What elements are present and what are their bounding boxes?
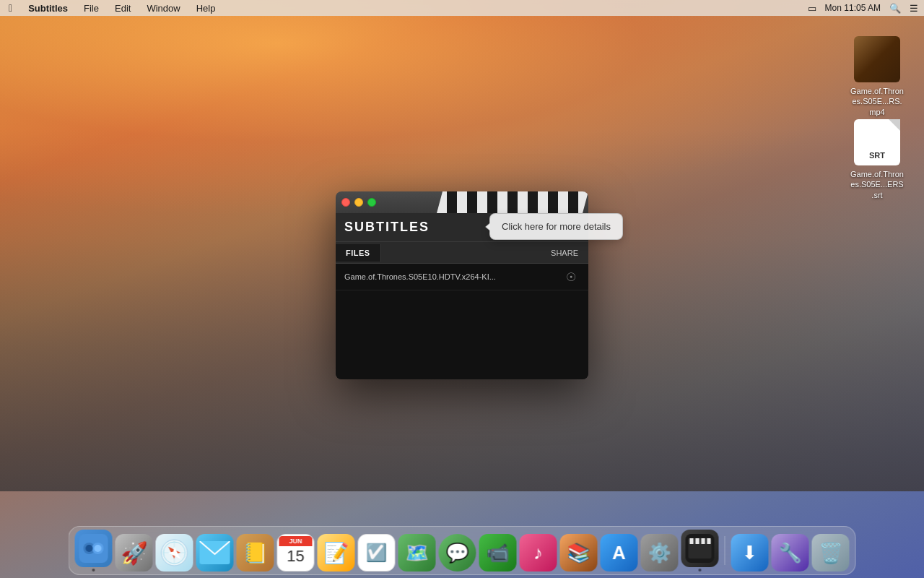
file-status-icon: ☉ bbox=[562, 268, 580, 285]
apple-menu[interactable]:  bbox=[6, 1, 15, 15]
reminders-icon: ☑️ bbox=[358, 534, 396, 571]
notes-icon: 📝 bbox=[318, 534, 355, 571]
file-list: Game.of.Thrones.S05E10.HDTV.x264-KI... ☉ bbox=[336, 264, 588, 379]
tab-share[interactable]: SHARE bbox=[541, 244, 588, 262]
file-row[interactable]: Game.of.Thrones.S05E10.HDTV.x264-KI... ☉ bbox=[336, 264, 588, 290]
file-name: Game.of.Thrones.S05E10.HDTV.x264-KI... bbox=[344, 272, 562, 281]
calendar-icon: JUN 15 bbox=[277, 534, 315, 571]
svg-rect-17 bbox=[702, 538, 705, 544]
dock-item-messages[interactable]: 💬 bbox=[439, 534, 476, 571]
dock-item-sysprefs[interactable]: ⚙️ bbox=[641, 534, 679, 571]
launchpad-icon: 🚀 bbox=[116, 534, 153, 571]
dock-item-notes[interactable]: 📝 bbox=[318, 534, 355, 571]
tab-files[interactable]: FILES bbox=[336, 244, 381, 262]
menu-edit[interactable]: Edit bbox=[112, 1, 134, 15]
downloads-icon: ⬇ bbox=[731, 534, 769, 571]
dock-item-appstore[interactable]: A bbox=[601, 534, 638, 571]
dock-item-calendar[interactable]: JUN 15 bbox=[277, 534, 315, 571]
dock-item-facetime[interactable]: 📹 bbox=[479, 534, 517, 571]
dock-item-safari[interactable] bbox=[156, 534, 193, 571]
sky-glow bbox=[0, 0, 924, 217]
dock-separator bbox=[725, 536, 725, 565]
finder-running-dot bbox=[92, 569, 95, 571]
menubar-left:  Subtitles File Edit Window Help bbox=[6, 1, 218, 15]
dock-item-maps[interactable]: 🗺️ bbox=[398, 534, 436, 571]
video-thumbnail bbox=[854, 36, 900, 82]
trash-icon: 🗑️ bbox=[812, 534, 850, 571]
menu-file[interactable]: File bbox=[81, 1, 102, 15]
svg-point-3 bbox=[86, 545, 93, 552]
display-icon[interactable]: ▭ bbox=[808, 3, 816, 14]
window-toolbar: FILES SHARE bbox=[336, 242, 588, 264]
video-file-label: Game.of.Thrones.S05E...RS.mp4 bbox=[848, 85, 906, 118]
tooltip-text: Click here for more details bbox=[502, 221, 611, 232]
books-icon: 📚 bbox=[560, 534, 598, 571]
search-icon[interactable]: 🔍 bbox=[889, 3, 901, 14]
facetime-icon: 📹 bbox=[479, 534, 517, 571]
appstore-icon: A bbox=[601, 534, 638, 571]
srt-file-icon: SRT bbox=[854, 119, 900, 165]
tooltip[interactable]: Click here for more details bbox=[489, 213, 623, 240]
app-menu-subtitles[interactable]: Subtitles bbox=[25, 1, 71, 15]
svg-rect-15 bbox=[690, 538, 694, 544]
dock-item-downloads[interactable]: ⬇ bbox=[731, 534, 769, 571]
safari-icon bbox=[156, 534, 193, 571]
subtitles-dock-icon bbox=[681, 530, 719, 567]
dock-item-subtitles[interactable] bbox=[681, 530, 719, 571]
file-list-empty bbox=[336, 290, 588, 377]
svg-rect-18 bbox=[707, 538, 711, 544]
contacts-icon: 📒 bbox=[237, 534, 274, 571]
subtitles-running-dot bbox=[699, 569, 702, 571]
music-icon: ♪ bbox=[520, 534, 557, 571]
dock-item-music[interactable]: ♪ bbox=[520, 534, 557, 571]
menu-help[interactable]: Help bbox=[193, 1, 219, 15]
app-title: SUBTITLES bbox=[344, 220, 430, 235]
mail-icon bbox=[196, 534, 234, 571]
desktop-icon-video[interactable]: Game.of.Thrones.S05E...RS.mp4 bbox=[848, 36, 906, 118]
maps-icon: 🗺️ bbox=[398, 534, 436, 571]
window-close-button[interactable] bbox=[341, 198, 350, 207]
dock-item-launchpad[interactable]: 🚀 bbox=[116, 534, 153, 571]
desktop-icon-srt[interactable]: SRT Game.of.Thrones.S05E...ERS.srt bbox=[848, 119, 906, 201]
dock-item-reminders[interactable]: ☑️ bbox=[358, 534, 396, 571]
menubar-time: Mon 11:05 AM bbox=[825, 3, 881, 13]
sysprefs-icon: ⚙️ bbox=[641, 534, 679, 571]
dock-item-mail[interactable] bbox=[196, 534, 234, 571]
desktop:  Subtitles File Edit Window Help ▭ Mon … bbox=[0, 0, 924, 578]
migration-icon: 🔧 bbox=[772, 534, 809, 571]
svg-rect-16 bbox=[696, 538, 699, 544]
menu-window[interactable]: Window bbox=[144, 1, 183, 15]
dock-item-trash[interactable]: 🗑️ bbox=[812, 534, 850, 571]
svg-rect-13 bbox=[689, 543, 712, 558]
dock-item-books[interactable]: 📚 bbox=[560, 534, 598, 571]
window-titlebar bbox=[336, 191, 588, 213]
dock-item-migration[interactable]: 🔧 bbox=[772, 534, 809, 571]
menubar:  Subtitles File Edit Window Help ▭ Mon … bbox=[0, 0, 924, 16]
svg-point-4 bbox=[95, 545, 102, 552]
dock-item-contacts[interactable]: 📒 bbox=[237, 534, 274, 571]
menubar-right: ▭ Mon 11:05 AM 🔍 ☰ bbox=[808, 3, 918, 14]
list-icon[interactable]: ☰ bbox=[910, 3, 918, 14]
srt-file-label: Game.of.Thrones.S05E...ERS.srt bbox=[848, 168, 906, 201]
window-maximize-button[interactable] bbox=[367, 198, 376, 207]
dock: 🚀 bbox=[69, 526, 856, 575]
window-minimize-button[interactable] bbox=[354, 198, 363, 207]
finder-icon bbox=[75, 530, 113, 567]
messages-icon: 💬 bbox=[439, 534, 476, 571]
dock-item-finder[interactable] bbox=[75, 530, 113, 571]
